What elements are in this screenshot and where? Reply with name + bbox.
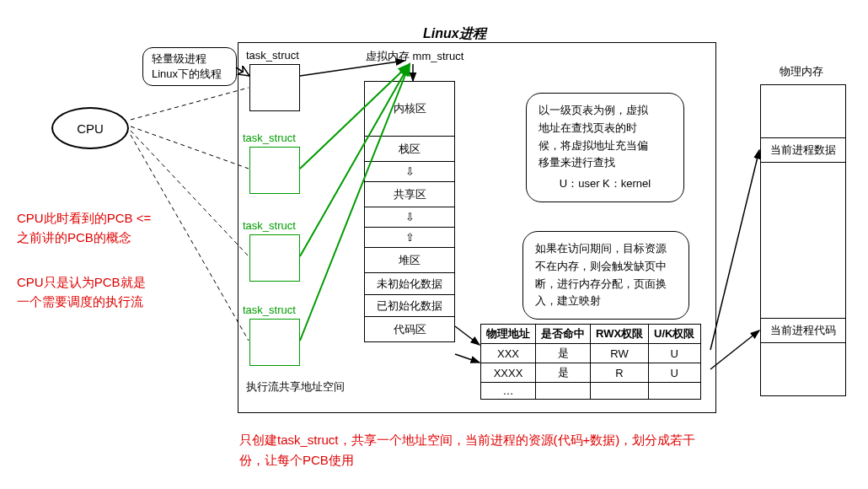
vm-arrow-down-1: ⇩ — [364, 162, 455, 182]
pt-r2c1: XXXX — [481, 363, 536, 383]
speech-line2: Linux下的线程 — [152, 67, 228, 82]
svg-line-13 — [710, 330, 759, 369]
task-struct-label-green-3: task_struct — [243, 304, 296, 316]
pt-r2c3: R — [591, 363, 649, 383]
task-struct-label-black: task_struct — [246, 49, 299, 62]
vm-region-bss: 未初始化数据 — [364, 273, 455, 295]
note1-l4: 移量来进行查找 — [538, 154, 672, 172]
note1-l3: 候，将虚拟地址充当偏 — [538, 137, 672, 155]
task-struct-label-green-1: task_struct — [243, 132, 296, 144]
pt-r1c4: U — [649, 344, 700, 363]
pt-r2c4: U — [649, 363, 700, 383]
vm-region-shared: 共享区 — [364, 182, 455, 207]
speech-line1: 轻量级进程 — [152, 51, 228, 67]
task-struct-box-main — [249, 64, 300, 111]
diagram-title: Linux进程 — [423, 25, 486, 43]
note2-l4: 入，建立映射 — [535, 293, 677, 310]
svg-line-12 — [710, 150, 759, 350]
note1-l1: 以一级页表为例，虚拟 — [538, 102, 672, 120]
svg-line-2 — [131, 126, 249, 169]
shared-space-label: 执行流共享地址空间 — [246, 379, 345, 395]
page-table: 物理地址 是否命中 RWX权限 U/K权限 XXX 是 RW U XXXX 是 … — [480, 324, 701, 400]
vm-region-data: 已初始化数据 — [364, 295, 455, 317]
red-note-3b: 份，让每个PCB使用 — [239, 450, 796, 470]
red-note-1a: CPU此时看到的PCB <= — [17, 209, 151, 228]
svg-line-1 — [131, 88, 249, 120]
vm-arrow-down-2: ⇩ — [364, 207, 455, 228]
vm-region-code: 代码区 — [364, 317, 455, 342]
phys-mem-column: 当前进程数据 当前进程代码 — [760, 84, 846, 396]
speech-bubble: 轻量级进程 Linux下的线程 — [142, 47, 237, 86]
phys-code-cell: 当前进程代码 — [760, 318, 846, 343]
pt-h3: RWX权限 — [591, 325, 649, 344]
pt-h1: 物理地址 — [481, 325, 536, 344]
vm-label: 虚拟内存 mm_struct — [366, 49, 463, 64]
red-note-2: CPU只是认为PCB就是 一个需要调度的执行流 — [17, 273, 146, 311]
vm-region-kernel: 内核区 — [364, 81, 455, 137]
red-note-3: 只创建task_struct，共享一个地址空间，当前进程的资源(代码+数据)，划… — [239, 430, 796, 470]
pt-r3c2 — [536, 383, 591, 400]
pt-h2: 是否命中 — [536, 325, 591, 344]
pt-r1c1: XXX — [481, 344, 536, 363]
cpu-label: CPU — [77, 121, 104, 136]
note2-l3: 断，进行内存分配，页面换 — [535, 276, 677, 293]
note1-l2: 地址在查找页表的时 — [538, 120, 672, 137]
pt-r1c2: 是 — [536, 344, 591, 363]
red-note-1b: 之前讲的PCB的概念 — [17, 228, 151, 248]
pt-h4: U/K权限 — [649, 325, 700, 344]
note-box-pagetable-example: 以一级页表为例，虚拟 地址在查找页表的时 候，将虚拟地址充当偏 移量来进行查找 … — [526, 93, 684, 202]
vm-column: 内核区 栈区 ⇩ 共享区 ⇩ ⇧ 堆区 未初始化数据 已初始化数据 代码区 — [364, 81, 455, 342]
note-box-pagefault: 如果在访问期间，目标资源 不在内存，则会触发缺页中 断，进行内存分配，页面换 入… — [522, 231, 689, 320]
task-struct-label-green-2: task_struct — [243, 219, 296, 232]
task-struct-box-green-2 — [249, 234, 300, 282]
phys-data-cell: 当前进程数据 — [760, 137, 846, 163]
phys-mem-label: 物理内存 — [780, 64, 823, 79]
vm-region-heap: 堆区 — [364, 248, 455, 273]
pt-r1c3: RW — [591, 344, 649, 363]
red-note-2a: CPU只是认为PCB就是 — [17, 273, 146, 293]
vm-arrow-up: ⇧ — [364, 228, 455, 248]
red-note-1: CPU此时看到的PCB <= 之前讲的PCB的概念 — [17, 209, 151, 247]
red-note-2b: 一个需要调度的执行流 — [17, 293, 146, 312]
red-note-3a: 只创建task_struct，共享一个地址空间，当前进程的资源(代码+数据)，划… — [239, 430, 796, 450]
pt-r3c3 — [591, 383, 649, 400]
cpu-ellipse: CPU — [51, 107, 129, 149]
note2-l2: 不在内存，则会触发缺页中 — [535, 258, 677, 276]
note2-l1: 如果在访问期间，目标资源 — [535, 240, 677, 258]
vm-region-stack: 栈区 — [364, 137, 455, 162]
note1-l5: U：user K：kernel — [538, 175, 672, 193]
pt-r3c1: … — [481, 383, 536, 400]
pt-r2c2: 是 — [536, 363, 591, 383]
task-struct-box-green-3 — [249, 319, 300, 366]
task-struct-box-green-1 — [249, 147, 300, 194]
pt-r3c4 — [649, 383, 700, 400]
